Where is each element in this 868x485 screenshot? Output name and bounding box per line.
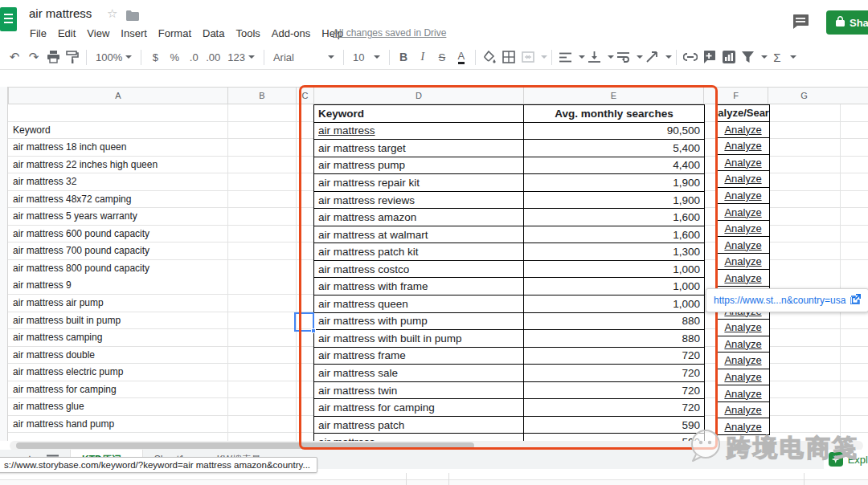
cell-analyze[interactable]: Analyze <box>716 220 770 238</box>
cell-column-a[interactable] <box>8 104 227 122</box>
analyze-link[interactable]: Analyze <box>724 124 761 136</box>
cell-keyword[interactable]: air mattress with built in pump <box>314 330 524 348</box>
analyze-link[interactable]: Analyze <box>724 354 761 366</box>
chevron-down-icon[interactable] <box>790 55 796 59</box>
cell-searches[interactable]: 590 <box>524 417 705 434</box>
active-cell-selection[interactable] <box>294 312 314 332</box>
strikethrough-button[interactable]: S <box>432 47 452 67</box>
horizontal-align-button[interactable] <box>556 47 575 67</box>
analyze-link[interactable]: Analyze <box>724 338 761 350</box>
cell-keyword[interactable]: air mattress <box>314 123 524 141</box>
analyze-link[interactable]: Analyze <box>724 239 761 251</box>
merge-cells-button[interactable] <box>518 47 538 67</box>
analyze-link[interactable]: Analyze <box>724 272 761 284</box>
open-link-icon[interactable] <box>850 294 861 307</box>
cell-column-a[interactable]: air mattress 5 years warranty <box>8 208 227 226</box>
cell-keyword[interactable]: air mattress costco <box>314 261 524 279</box>
chevron-down-icon[interactable] <box>608 55 614 59</box>
font-size-select[interactable]: 10 <box>348 47 385 67</box>
cell-searches[interactable]: 5,400 <box>524 140 705 157</box>
column-header-c[interactable]: C <box>296 87 313 104</box>
cell-keyword[interactable]: air mattress <box>314 434 524 441</box>
menu-file[interactable]: File <box>24 25 52 42</box>
cell-column-a[interactable]: air mattress glue <box>8 398 227 416</box>
cell-column-a[interactable]: air mattress 800 pound capacity <box>8 260 227 278</box>
italic-button[interactable]: I <box>413 47 432 67</box>
cell-column-a[interactable]: air mattress hand pump <box>8 416 227 434</box>
cell-analyze[interactable]: Analyze <box>716 236 770 254</box>
cell-column-a[interactable]: air mattress 9 <box>8 277 227 295</box>
column-header-f[interactable]: F <box>703 87 768 104</box>
cell-keyword[interactable]: air mattress at walmart <box>314 226 524 244</box>
cell-searches[interactable]: 1,600 <box>524 209 705 226</box>
cell-searches[interactable]: 1,000 <box>524 278 705 295</box>
cell-analyze[interactable]: Analyze <box>716 385 770 402</box>
chevron-down-icon[interactable] <box>579 55 585 59</box>
analyze-link[interactable]: Analyze <box>724 140 761 152</box>
cell-keyword[interactable]: air mattress reviews <box>314 192 524 210</box>
vertical-align-button[interactable] <box>585 47 604 67</box>
analyze-link[interactable]: Analyze <box>724 321 761 333</box>
cell-keyword[interactable]: air mattress patch kit <box>314 243 524 261</box>
keyword-link[interactable]: air mattress <box>318 124 375 137</box>
cell-column-a[interactable]: Keyword <box>8 122 227 140</box>
analyze-link[interactable]: Analyze <box>724 206 761 218</box>
fill-handle[interactable] <box>311 328 316 333</box>
menu-tools[interactable]: Tools <box>230 25 265 42</box>
hyperlink-tooltip[interactable]: https://www.st...n&country=usa <box>706 288 868 312</box>
cell-searches[interactable]: 90,500 <box>524 123 705 141</box>
chevron-down-icon[interactable] <box>665 55 672 59</box>
column-header-g[interactable]: G <box>768 87 840 104</box>
cell-keyword[interactable]: air mattress with frame <box>314 278 524 295</box>
scrollbar-thumb[interactable] <box>16 442 474 449</box>
cell-column-a[interactable]: air mattress 600 pound capacity <box>8 226 227 243</box>
analyze-link[interactable]: Analyze <box>724 173 761 185</box>
text-rotation-button[interactable] <box>643 47 662 67</box>
menu-format[interactable]: Format <box>153 25 197 42</box>
cell-searches[interactable]: 1,000 <box>524 295 705 313</box>
text-color-button[interactable]: A <box>452 47 471 67</box>
analyze-header-cell[interactable]: Analyze/Search <box>716 104 770 122</box>
cell-column-a[interactable]: air mattress 22 inches high queen <box>8 157 227 174</box>
menu-data[interactable]: Data <box>197 25 230 42</box>
cell-analyze[interactable]: Analyze <box>716 401 770 419</box>
cell-searches[interactable]: 1,900 <box>524 192 705 210</box>
insert-link-button[interactable] <box>681 47 700 67</box>
print-button[interactable] <box>43 47 63 67</box>
insert-comment-button[interactable] <box>700 47 719 67</box>
menu-addons[interactable]: Add-ons <box>266 25 316 42</box>
cell-analyze[interactable]: Analyze <box>716 253 770 271</box>
cell-column-a[interactable]: air mattress 18 inch queen <box>8 139 227 157</box>
cell-keyword[interactable]: air mattress twin <box>314 382 524 400</box>
cell-searches[interactable]: 880 <box>524 313 705 331</box>
analyze-link[interactable]: Analyze <box>724 421 761 433</box>
share-button[interactable]: Share <box>826 10 868 35</box>
text-wrap-button[interactable] <box>614 47 633 67</box>
cell-analyze[interactable]: Analyze <box>716 154 770 172</box>
cell-column-a[interactable]: air mattress 700 pound capacity <box>8 243 227 260</box>
cell-keyword[interactable]: air mattress sale <box>314 365 524 382</box>
menu-view[interactable]: View <box>81 25 115 42</box>
more-formats-button[interactable]: 123 <box>223 47 260 67</box>
cell-analyze[interactable]: Analyze <box>716 121 770 139</box>
cell-column-a[interactable]: air mattress 48x72 camping <box>8 191 227 209</box>
menu-insert[interactable]: Insert <box>115 25 153 42</box>
analyze-link[interactable]: Analyze <box>724 371 761 383</box>
cell-column-a[interactable]: air mattress double <box>8 347 227 365</box>
analyze-link[interactable]: Analyze <box>724 222 761 234</box>
cell-keyword[interactable]: air mattress pump <box>314 157 524 175</box>
comments-icon[interactable] <box>792 14 809 33</box>
cell-analyze[interactable]: Analyze <box>716 369 770 386</box>
font-select[interactable]: Arial <box>268 47 339 67</box>
cell-analyze[interactable]: Analyze <box>716 352 770 369</box>
cell-column-a[interactable]: air mattress built in pump <box>8 312 227 330</box>
cell-searches[interactable]: Avg. monthly searches <box>524 105 705 123</box>
chevron-down-icon[interactable] <box>637 55 643 59</box>
cell-searches[interactable]: 880 <box>524 330 705 348</box>
document-title[interactable]: air mattress <box>29 6 92 20</box>
cell-keyword[interactable]: air mattress amazon <box>314 209 524 226</box>
cell-analyze[interactable]: Analyze <box>716 418 770 435</box>
cell-searches[interactable]: 1,600 <box>524 226 705 244</box>
cell-keyword[interactable]: air mattress repair kit <box>314 174 524 192</box>
functions-button[interactable]: Σ <box>768 47 787 67</box>
